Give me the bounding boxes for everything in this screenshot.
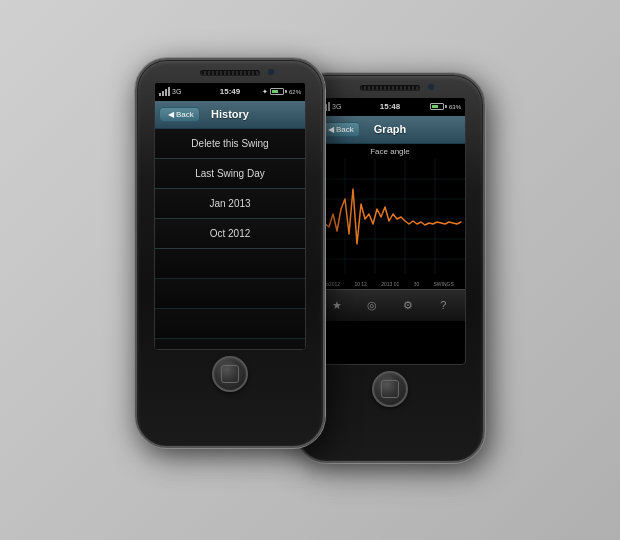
nav-bar-left: ◀ Back History xyxy=(155,101,305,129)
empty-row-2 xyxy=(155,279,305,309)
graph-area xyxy=(315,159,465,279)
tab-gear-right[interactable]: ⚙ xyxy=(398,295,418,315)
x-label-3: 30 xyxy=(414,281,420,287)
phones-container: 3G 15:49 ✦ 62% ◀ B xyxy=(135,58,485,463)
back-button-right[interactable]: ◀ Back xyxy=(319,122,360,137)
back-button-left[interactable]: ◀ Back xyxy=(159,107,200,122)
tab-star-right[interactable]: ★ xyxy=(327,295,347,315)
status-bar-right: 3G 15:48 63% xyxy=(315,98,465,116)
speaker xyxy=(200,70,260,76)
list-item-jan2013-text: Jan 2013 xyxy=(209,198,250,209)
graph-x-labels: o2012 10 12 2013 01 30 SWINGS xyxy=(315,279,465,289)
list-item-oct2012[interactable]: Oct 2012 xyxy=(155,219,305,249)
list-item-lastday-text: Last Swing Day xyxy=(195,168,264,179)
empty-row-1 xyxy=(155,249,305,279)
tab-bar-right: ★ ◎ ⚙ ? xyxy=(315,289,465,321)
svg-rect-0 xyxy=(315,159,466,274)
battery-pct-left: 62% xyxy=(289,89,301,95)
list-item-lastday[interactable]: Last Swing Day xyxy=(155,159,305,189)
home-button-right[interactable] xyxy=(372,371,408,407)
x-label-0: o2012 xyxy=(326,281,340,287)
status-bar-left: 3G 15:49 ✦ 62% xyxy=(155,83,305,101)
tab-help-right[interactable]: ? xyxy=(433,295,453,315)
screen-right: 3G 15:48 63% ◀ Back xyxy=(314,97,466,365)
list-item-delete[interactable]: Delete this Swing xyxy=(155,129,305,159)
list-item-oct2012-text: Oct 2012 xyxy=(210,228,251,239)
graph-label: Face angle xyxy=(315,144,465,159)
nav-title-right: Graph xyxy=(374,123,406,135)
phone-left: 3G 15:49 ✦ 62% ◀ B xyxy=(135,58,325,448)
back-label-left: Back xyxy=(176,110,194,119)
time-left: 15:49 xyxy=(220,87,240,96)
back-label-right: Back xyxy=(336,125,354,134)
empty-row-4 xyxy=(155,339,305,350)
screen-left: 3G 15:49 ✦ 62% ◀ B xyxy=(154,82,306,350)
carrier-right: 3G xyxy=(332,103,341,110)
history-list: Delete this Swing Last Swing Day Jan 201… xyxy=(155,129,305,350)
front-camera xyxy=(267,68,275,76)
list-item-delete-text: Delete this Swing xyxy=(191,138,268,149)
back-arrow-icon-right: ◀ xyxy=(328,125,334,134)
home-button-left[interactable] xyxy=(212,356,248,392)
nav-title-left: History xyxy=(211,108,249,120)
graph-svg xyxy=(315,159,466,274)
x-label-2: 2013 01 xyxy=(381,281,399,287)
battery-right xyxy=(430,103,447,110)
list-item-jan2013[interactable]: Jan 2013 xyxy=(155,189,305,219)
bluetooth-icon: ✦ xyxy=(262,88,268,96)
signal-icon xyxy=(159,87,170,96)
graph-screen: Face angle xyxy=(315,144,465,289)
battery-left xyxy=(270,88,287,95)
back-arrow-icon: ◀ xyxy=(168,110,174,119)
time-right: 15:48 xyxy=(380,102,400,111)
tab-clock-right[interactable]: ◎ xyxy=(362,295,382,315)
front-camera-right xyxy=(427,83,435,91)
nav-bar-right: ◀ Back Graph xyxy=(315,116,465,144)
x-label-4: SWINGS xyxy=(434,281,454,287)
battery-pct-right: 63% xyxy=(449,104,461,110)
carrier-left: 3G xyxy=(172,88,181,95)
speaker-right xyxy=(360,85,420,91)
empty-row-3 xyxy=(155,309,305,339)
x-label-1: 10 12 xyxy=(354,281,367,287)
